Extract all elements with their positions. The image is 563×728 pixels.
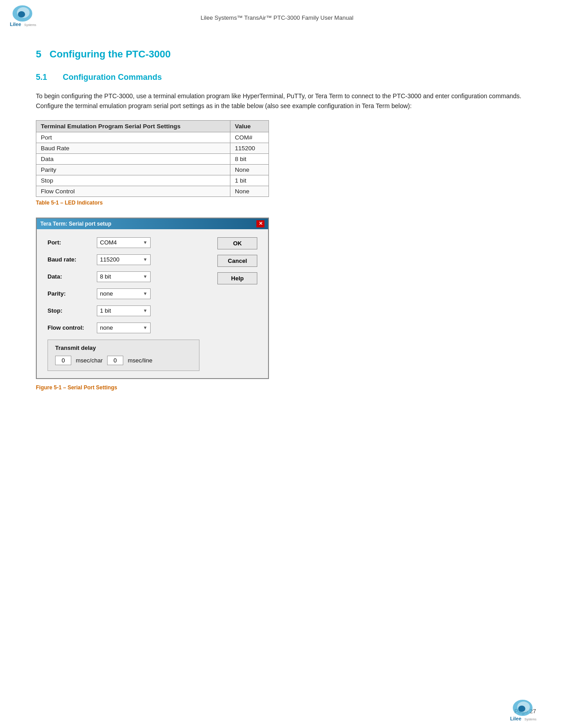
table-cell-value: COM# [230,132,269,143]
dropdown-arrow-port: ▼ [143,240,147,245]
table-cell-setting: Port [36,132,230,143]
dialog-buttons: OK Cancel Help [217,237,257,371]
section-heading: 5.1 Configuration Commands [36,73,527,82]
transmit-delay-line-label: msec/line [128,357,152,364]
dialog-row-flowcontrol: Flow control: none ▼ [48,323,199,333]
chapter-number: 5 [36,48,41,60]
dialog-titlebar: Tera Term: Serial port setup ✕ [37,218,268,229]
dialog-label-flowcontrol: Flow control: [48,324,97,331]
table-row: ParityNone [36,164,269,175]
svg-text:Systems: Systems [24,23,36,27]
table-col-value: Value [230,120,269,132]
table-row: Baud Rate115200 [36,143,269,153]
svg-point-2 [18,11,25,17]
chapter-heading: 5 Configuring the PTC-3000 [36,48,527,60]
svg-text:Systems: Systems [524,718,537,721]
transmit-delay-char-input[interactable] [55,356,71,365]
transmit-delay-line-input[interactable] [107,356,123,365]
dialog-fields: Port: COM4 ▼ Baud rate: 115200 ▼ [48,237,199,371]
table-row: PortCOM# [36,132,269,143]
transmit-delay-section: Transmit delay msec/char msec/line [48,340,199,371]
dialog-select-flowcontrol[interactable]: none ▼ [97,323,151,333]
dropdown-arrow-flowcontrol: ▼ [143,325,147,330]
table-cell-setting: Data [36,153,230,164]
table-cell-value: None [230,164,269,175]
dropdown-arrow-baudrate: ▼ [143,257,147,262]
dropdown-arrow-stop: ▼ [143,308,147,313]
table-cell-value: 8 bit [230,153,269,164]
dialog-body: Port: COM4 ▼ Baud rate: 115200 ▼ [37,229,268,378]
dialog-select-parity[interactable]: none ▼ [97,288,151,299]
transmit-delay-char-label: msec/char [76,357,103,364]
tera-term-dialog: Tera Term: Serial port setup ✕ Port: COM… [36,218,269,379]
dialog-select-baudrate[interactable]: 115200 ▼ [97,254,151,265]
table-cell-value: 1 bit [230,175,269,186]
figure-caption: Figure 5-1 – Serial Port Settings [36,384,527,391]
footer-logo: Lilee Systems [509,699,545,724]
help-button[interactable]: Help [217,272,257,284]
table-cell-value: 115200 [230,143,269,153]
section-title: Configuration Commands [63,73,162,82]
dialog-row-data: Data: 8 bit ▼ [48,271,199,282]
table-col-settings: Terminal Emulation Program Serial Port S… [36,120,230,132]
dialog-select-stop[interactable]: 1 bit ▼ [97,305,151,316]
dialog-label-baudrate: Baud rate: [48,256,97,263]
body-paragraph: To begin configuring the PTC-3000, use a… [36,91,527,111]
table-caption: Table 5-1 – LED Indicators [36,200,527,206]
dialog-label-port: Port: [48,239,97,246]
transmit-delay-title: Transmit delay [55,344,192,351]
section-number: 5.1 [36,73,47,82]
svg-text:Lilee: Lilee [10,22,21,27]
table-cell-value: None [230,186,269,196]
table-row: Data8 bit [36,153,269,164]
svg-text:Lilee: Lilee [510,716,521,721]
dialog-select-data[interactable]: 8 bit ▼ [97,271,151,282]
page-content: 5 Configuring the PTC-3000 5.1 Configura… [0,35,563,418]
header-logo: Lilee Systems [9,4,45,31]
dialog-label-data: Data: [48,273,97,280]
dialog-row-baudrate: Baud rate: 115200 ▼ [48,254,199,265]
page-header: Lilee Systems Lilee Systems™ TransAir™ P… [0,0,563,35]
dropdown-arrow-data: ▼ [143,274,147,279]
ok-button[interactable]: OK [217,237,257,249]
dialog-title: Tera Term: Serial port setup [40,221,111,227]
dialog-label-parity: Parity: [48,290,97,297]
transmit-delay-row: msec/char msec/line [55,356,192,365]
dialog-close-button[interactable]: ✕ [256,220,264,227]
table-cell-setting: Baud Rate [36,143,230,153]
dialog-label-stop: Stop: [48,307,97,314]
cancel-button[interactable]: Cancel [217,255,257,267]
chapter-title: Configuring the PTC-3000 [50,48,171,60]
dialog-select-port[interactable]: COM4 ▼ [97,237,151,248]
dialog-screenshot: Tera Term: Serial port setup ✕ Port: COM… [36,218,269,379]
svg-point-7 [518,706,525,712]
table-cell-setting: Stop [36,175,230,186]
dropdown-arrow-parity: ▼ [143,291,147,296]
header-title: Lilee Systems™ TransAir™ PTC-3000 Family… [45,14,509,21]
settings-table: Terminal Emulation Program Serial Port S… [36,120,269,197]
dialog-row-stop: Stop: 1 bit ▼ [48,305,199,316]
dialog-row-port: Port: COM4 ▼ [48,237,199,248]
table-cell-setting: Flow Control [36,186,230,196]
table-row: Stop1 bit [36,175,269,186]
table-cell-setting: Parity [36,164,230,175]
table-row: Flow ControlNone [36,186,269,196]
dialog-row-parity: Parity: none ▼ [48,288,199,299]
